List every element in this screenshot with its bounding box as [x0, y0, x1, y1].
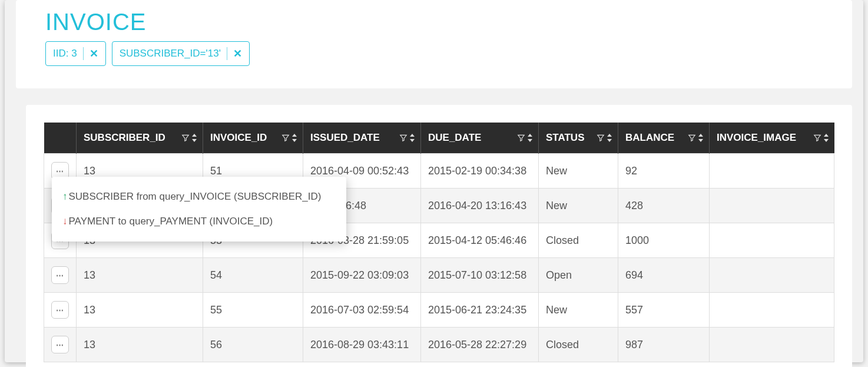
- cell-status: Open: [539, 258, 618, 293]
- column-header-actions: [44, 123, 77, 154]
- close-icon[interactable]: ✕: [233, 47, 242, 60]
- cell-due-date: 2015-04-12 05:46:46: [421, 223, 539, 258]
- cell-balance: 557: [618, 293, 710, 328]
- filter-icon[interactable]: [597, 134, 605, 142]
- filter-icon[interactable]: [281, 134, 290, 142]
- column-header-issued-date[interactable]: ISSUED_DATE: [303, 123, 421, 154]
- cell-status: New: [539, 154, 618, 189]
- chip-divider: [227, 47, 227, 60]
- cell-status: Closed: [539, 328, 618, 362]
- filter-icon[interactable]: [517, 134, 525, 142]
- sort-icon[interactable]: [409, 134, 416, 142]
- cell-actions: ⋯: [44, 293, 77, 328]
- cell-invoice-image: [710, 154, 834, 189]
- arrow-up-icon: ↑: [62, 191, 68, 203]
- cell-invoice-image: [710, 293, 834, 328]
- cell-invoice-id: 55: [203, 293, 303, 328]
- sort-icon[interactable]: [291, 134, 298, 142]
- column-header-balance[interactable]: BALANCE: [618, 123, 710, 154]
- filter-icon[interactable]: [181, 134, 190, 142]
- column-header-status[interactable]: STATUS: [539, 123, 618, 154]
- cell-invoice-image: [710, 328, 834, 362]
- cell-invoice-id: 56: [203, 328, 303, 362]
- filter-icon[interactable]: [813, 134, 821, 142]
- column-header-label: INVOICE_ID: [210, 132, 267, 143]
- cell-subscriber-id: 13: [77, 258, 203, 293]
- cell-actions: ⋯: [44, 258, 77, 293]
- popover-item-label: PAYMENT to query_PAYMENT (INVOICE_ID): [69, 216, 273, 227]
- cell-issued-date: 2016-08-29 03:43:11: [303, 328, 421, 362]
- cell-due-date: 2015-02-19 00:34:38: [421, 154, 539, 189]
- cell-due-date: 2016-04-20 13:16:43: [421, 189, 539, 223]
- cell-balance: 92: [618, 154, 710, 189]
- cell-due-date: 2016-05-28 22:27:29: [421, 328, 539, 362]
- row-actions-button[interactable]: ⋯: [51, 336, 69, 353]
- cell-issued-date: 2016-07-03 02:59:54: [303, 293, 421, 328]
- row-actions-button[interactable]: ⋯: [51, 301, 69, 319]
- cell-status: New: [539, 293, 618, 328]
- chip-divider: [83, 47, 84, 60]
- cell-subscriber-id: 13: [77, 293, 203, 328]
- cell-invoice-image: [710, 189, 834, 223]
- filter-icon[interactable]: [688, 134, 696, 142]
- popover-link-subscriber[interactable]: ↑ SUBSCRIBER from query_INVOICE (SUBSCRI…: [62, 187, 336, 206]
- arrow-down-icon: ↓: [62, 216, 68, 227]
- cell-invoice-image: [710, 258, 834, 293]
- cell-balance: 1000: [618, 223, 710, 258]
- cell-status: New: [539, 189, 618, 223]
- popover-item-label: SUBSCRIBER from query_INVOICE (SUBSCRIBE…: [69, 191, 322, 203]
- cell-issued-date: 2015-09-22 03:09:03: [303, 258, 421, 293]
- sort-icon[interactable]: [606, 134, 613, 142]
- cell-invoice-id: 54: [203, 258, 303, 293]
- table-row: ⋯13542015-09-22 03:09:032015-07-10 03:12…: [44, 258, 834, 293]
- app-frame: INVOICE IID: 3 ✕ SUBSCRIBER_ID='13' ✕ SU…: [5, 0, 863, 362]
- sort-icon[interactable]: [697, 134, 704, 142]
- column-header-label: BALANCE: [625, 132, 674, 143]
- filter-icon[interactable]: [399, 134, 408, 142]
- filter-chip-label: IID: 3: [53, 48, 77, 59]
- filter-chip-label: SUBSCRIBER_ID='13': [120, 48, 221, 59]
- filter-chip-iid[interactable]: IID: 3 ✕: [45, 41, 106, 66]
- column-header-due-date[interactable]: DUE_DATE: [421, 123, 539, 154]
- cell-balance: 694: [618, 258, 710, 293]
- cell-due-date: 2015-07-10 03:12:58: [421, 258, 539, 293]
- table-header-row: SUBSCRIBER_ID INVOICE_ID: [44, 123, 834, 154]
- cell-subscriber-id: 13: [77, 328, 203, 362]
- filter-chip-subscriber[interactable]: SUBSCRIBER_ID='13' ✕: [112, 41, 250, 66]
- cell-balance: 428: [618, 189, 710, 223]
- close-icon[interactable]: ✕: [90, 47, 98, 60]
- invoice-table: SUBSCRIBER_ID INVOICE_ID: [44, 123, 834, 362]
- column-header-label: DUE_DATE: [428, 132, 481, 143]
- sort-icon[interactable]: [191, 134, 198, 142]
- cell-status: Closed: [539, 223, 618, 258]
- sort-icon[interactable]: [823, 134, 830, 142]
- column-header-invoice-id[interactable]: INVOICE_ID: [203, 123, 303, 154]
- cell-balance: 987: [618, 328, 710, 362]
- row-actions-button[interactable]: ⋯: [51, 266, 69, 284]
- column-header-subscriber-id[interactable]: SUBSCRIBER_ID: [77, 123, 203, 154]
- column-header-label: INVOICE_IMAGE: [717, 132, 796, 143]
- column-header-label: ISSUED_DATE: [310, 132, 380, 143]
- cell-invoice-image: [710, 223, 834, 258]
- sort-icon[interactable]: [526, 134, 534, 142]
- column-header-invoice-image[interactable]: INVOICE_IMAGE: [710, 123, 834, 154]
- column-header-label: SUBSCRIBER_ID: [84, 132, 165, 143]
- column-header-label: STATUS: [546, 132, 584, 143]
- row-actions-popover: ↑ SUBSCRIBER from query_INVOICE (SUBSCRI…: [52, 177, 346, 242]
- table-row: ⋯13562016-08-29 03:43:112016-05-28 22:27…: [44, 328, 834, 362]
- table-row: ⋯13552016-07-03 02:59:542015-06-21 23:24…: [44, 293, 834, 328]
- header-card: INVOICE IID: 3 ✕ SUBSCRIBER_ID='13' ✕: [16, 0, 852, 88]
- cell-actions: ⋯: [44, 328, 77, 362]
- page-title: INVOICE: [45, 9, 823, 35]
- popover-link-payment[interactable]: ↓ PAYMENT to query_PAYMENT (INVOICE_ID): [62, 212, 336, 231]
- cell-due-date: 2015-06-21 23:24:35: [421, 293, 539, 328]
- filter-chip-row: IID: 3 ✕ SUBSCRIBER_ID='13' ✕: [45, 41, 823, 66]
